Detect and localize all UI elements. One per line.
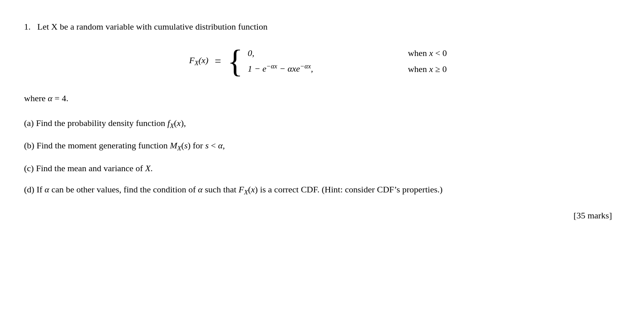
marks-text: [35 marks] — [574, 210, 612, 220]
cases-content: 0, when x < 0 1 − e−αx − αxe−αx, when x … — [248, 48, 447, 74]
fx-f: F — [189, 55, 194, 65]
fx-label: FX(x) — [189, 55, 208, 67]
fx-arg: (x) — [199, 55, 208, 65]
problem-header: 1. Let X be a random variable with cumul… — [24, 20, 612, 33]
part-b: (b) Find the moment generating function … — [24, 138, 612, 154]
problem-intro: Let X be a random variable with cumulati… — [37, 22, 268, 32]
case-row-2: 1 − e−αx − αxe−αx, when x ≥ 0 — [248, 62, 447, 74]
case-row-1: 0, when x < 0 — [248, 48, 447, 58]
formula-block: FX(x) = { 0, when x < 0 1 − e−αx − αxe−α… — [24, 45, 612, 77]
part-c: (c) Find the mean and variance of X. — [24, 161, 612, 176]
problem-number: 1. — [24, 22, 31, 32]
part-a: (a) Find the probability density functio… — [24, 116, 612, 132]
big-brace: { — [227, 45, 243, 77]
case2-formula: 1 − e−αx − αxe−αx, — [248, 62, 376, 74]
case2-condition: when x ≥ 0 — [408, 64, 447, 74]
part-d: (d) If α can be other values, find the c… — [24, 182, 612, 198]
case1-formula: 0, — [248, 48, 376, 58]
problem-container: 1. Let X be a random variable with cumul… — [24, 20, 612, 221]
where-line: where α = 4. — [24, 93, 612, 104]
case1-condition: when x < 0 — [408, 48, 447, 58]
marks: [35 marks] — [24, 210, 612, 221]
fx-subscript: X — [195, 59, 199, 67]
brace-container: { 0, when x < 0 1 − e−αx − αxe−αx, when … — [227, 45, 447, 77]
equals-sign: = — [215, 55, 221, 68]
